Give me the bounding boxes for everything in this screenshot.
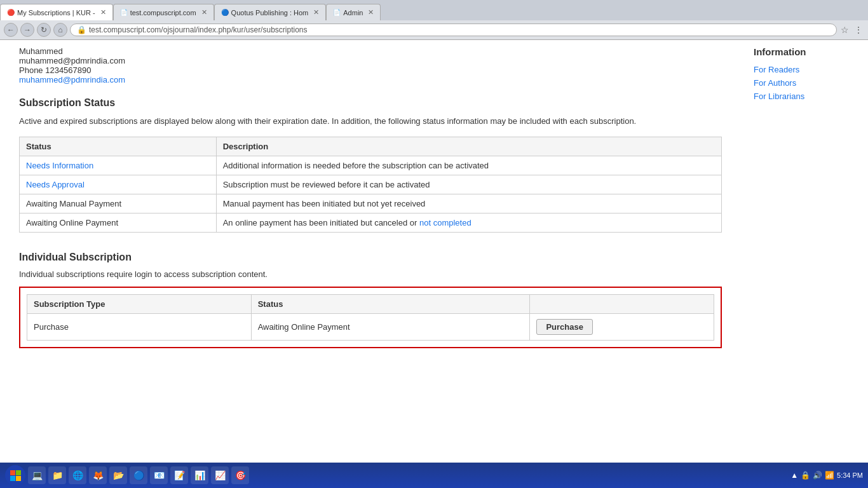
tab-3[interactable]: 🔵 Quotus Publishing : Hom ✕: [214, 4, 327, 20]
purchase-button[interactable]: Purchase: [536, 319, 593, 335]
individual-subscription-desc: Individual subscriptions require login t…: [19, 269, 722, 279]
status-cell: Needs Approval: [20, 175, 217, 194]
sidebar-link-authors[interactable]: For Authors: [754, 78, 855, 88]
status-cell: Needs Information: [20, 156, 217, 175]
tab-2[interactable]: 📄 test.compuscript.com ✕: [113, 4, 214, 20]
sidebar: Information For Readers For Authors For …: [741, 40, 868, 461]
table-row: Awaiting Online Payment An online paymen…: [20, 213, 722, 232]
page-container: Muhammed muhammed@pdmrindia.com Phone 12…: [0, 40, 868, 461]
user-email-link[interactable]: muhammed@pdmrindia.com: [19, 75, 125, 85]
main-content: Muhammed muhammed@pdmrindia.com Phone 12…: [0, 40, 741, 461]
secure-icon: 🔒: [77, 25, 86, 34]
table-row: Needs Information Additional information…: [20, 156, 722, 175]
sidebar-link-readers[interactable]: For Readers: [754, 65, 855, 74]
subscription-type-cell: Purchase: [27, 313, 252, 340]
tab-1-close[interactable]: ✕: [100, 8, 106, 17]
subscription-row: Purchase Awaiting Online Payment Purchas…: [27, 313, 714, 340]
sub-type-header: Subscription Type: [27, 294, 252, 313]
reload-button[interactable]: ↻: [37, 23, 51, 37]
user-phone: Phone 1234567890: [19, 65, 722, 75]
sidebar-link-librarians[interactable]: For Librarians: [754, 92, 855, 101]
table-row: Needs Approval Subscription must be revi…: [20, 175, 722, 194]
status-table: Status Description Needs Information Add…: [19, 137, 722, 233]
subscription-type-table: Subscription Type Status Purchase Awaiti…: [27, 294, 714, 341]
tab-1-label: My Subscriptions | KUR -: [17, 9, 95, 17]
status-cell: Awaiting Manual Payment: [20, 194, 217, 213]
subscription-status-cell: Awaiting Online Payment: [251, 313, 530, 340]
tab-1[interactable]: 🔴 My Subscriptions | KUR - ✕: [0, 4, 113, 20]
browser-chrome: 🔴 My Subscriptions | KUR - ✕ 📄 test.comp…: [0, 0, 868, 40]
tab-2-close[interactable]: ✕: [201, 8, 207, 17]
tab-4-icon: 📄: [333, 9, 341, 16]
subscription-status-desc: Active and expired subscriptions are dis…: [19, 115, 722, 128]
description-cell: An online payment has been initiated but…: [216, 213, 721, 232]
tab-4-close[interactable]: ✕: [368, 8, 374, 17]
tab-bar: 🔴 My Subscriptions | KUR - ✕ 📄 test.comp…: [0, 0, 868, 20]
status-cell: Awaiting Online Payment: [20, 213, 217, 232]
tab-3-label: Quotus Publishing : Hom: [231, 9, 309, 17]
individual-subscription-section: Individual Subscription Individual subsc…: [19, 252, 722, 350]
tab-2-label: test.compuscript.com: [130, 9, 196, 17]
address-bar[interactable]: 🔒 test.compuscript.com/ojsjournal/index.…: [70, 24, 837, 36]
status-col-header: Status: [20, 137, 217, 156]
address-text: test.compuscript.com/ojsjournal/index.ph…: [89, 25, 308, 34]
not-completed-link[interactable]: not completed: [419, 218, 471, 227]
back-button[interactable]: ←: [4, 23, 18, 37]
description-cell: Additional information is needed before …: [216, 156, 721, 175]
table-row: Awaiting Manual Payment Manual payment h…: [20, 194, 722, 213]
tab-4-label: Admin: [343, 9, 363, 17]
bookmark-button[interactable]: ☆: [839, 25, 850, 35]
menu-button[interactable]: ⋮: [853, 25, 864, 35]
needs-approval-link[interactable]: Needs Approval: [26, 180, 85, 189]
highlighted-box: Subscription Type Status Purchase Awaiti…: [19, 287, 722, 348]
home-button[interactable]: ⌂: [53, 23, 67, 37]
description-col-header: Description: [216, 137, 721, 156]
tab-3-close[interactable]: ✕: [313, 8, 319, 17]
individual-subscription-title: Individual Subscription: [19, 252, 722, 263]
sub-action-header: [530, 294, 714, 313]
tab-3-icon: 🔵: [221, 9, 229, 16]
user-info: Muhammed muhammed@pdmrindia.com Phone 12…: [19, 46, 722, 85]
address-bar-row: ← → ↻ ⌂ 🔒 test.compuscript.com/ojsjourna…: [0, 20, 868, 39]
description-cell: Manual payment has been initiated but no…: [216, 194, 721, 213]
description-cell: Subscription must be reviewed before it …: [216, 175, 721, 194]
sub-status-header: Status: [251, 294, 530, 313]
tab-1-icon: 🔴: [7, 9, 15, 16]
subscription-action-cell: Purchase: [530, 313, 714, 340]
tab-2-icon: 📄: [120, 9, 128, 16]
subscription-status-section: Subscription Status Active and expired s…: [19, 97, 722, 233]
user-name: Muhammed: [19, 46, 722, 56]
forward-button[interactable]: →: [20, 23, 34, 37]
user-email: muhammed@pdmrindia.com: [19, 56, 722, 65]
subscription-status-title: Subscription Status: [19, 97, 722, 109]
needs-info-link[interactable]: Needs Information: [26, 161, 93, 170]
tab-4[interactable]: 📄 Admin ✕: [326, 4, 381, 20]
sidebar-title: Information: [754, 46, 855, 57]
